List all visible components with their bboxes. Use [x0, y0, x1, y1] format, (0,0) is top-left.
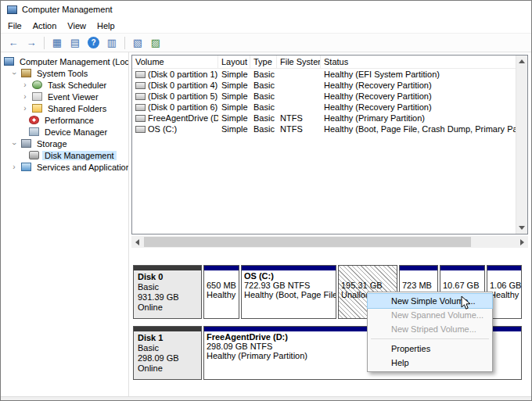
column-header-type[interactable]: Type: [250, 55, 277, 68]
chevron-right-icon[interactable]: ›: [21, 105, 29, 113]
chevron-right-icon[interactable]: ›: [10, 163, 18, 171]
volume-name: OS (C:): [148, 124, 177, 134]
scrollbar-thumb[interactable]: [144, 237, 471, 247]
tree-item-system-tools[interactable]: › System Tools: [1, 67, 128, 79]
window-bottom-edge: [1, 396, 531, 401]
volume-list-header: Volume Layout Type File System Status: [132, 55, 516, 69]
menu-item-properties[interactable]: Properties: [368, 342, 492, 356]
chevron-down-icon[interactable]: ›: [10, 70, 18, 77]
scroll-up-icon[interactable]: [516, 55, 527, 67]
disk-1-header[interactable]: Disk 1 Basic 298.09 GB Online: [133, 326, 202, 380]
table-row[interactable]: (Disk 0 partition 5) Simple Basic Health…: [132, 91, 516, 102]
menu-help[interactable]: Help: [92, 20, 120, 32]
tree-item-label: Event Viewer: [45, 92, 101, 102]
chevron-down-icon[interactable]: ›: [10, 140, 18, 148]
vertical-scrollbar[interactable]: [516, 55, 527, 234]
forward-icon[interactable]: →: [23, 35, 40, 51]
menu-item-new-simple-volume[interactable]: New Simple Volume...: [368, 294, 492, 308]
performance-icon: [29, 116, 39, 124]
column-header-file-system[interactable]: File System: [277, 55, 321, 68]
toolbar-separator: [124, 37, 125, 49]
event-viewer-icon: [32, 92, 42, 101]
tree-item-services-and-applications[interactable]: › Services and Applications: [1, 161, 128, 173]
properties-icon[interactable]: ▤: [66, 35, 84, 51]
partition-title: [490, 271, 519, 281]
volume-name: (Disk 0 partition 5): [148, 91, 217, 101]
table-row[interactable]: FreeAgentDrive (D:) Simple Basic NTFS He…: [132, 113, 516, 124]
partition-info: Healthy (Recovery Partition): [490, 290, 519, 299]
device-manager-icon: [29, 127, 39, 136]
tree-item-device-manager[interactable]: Device Manager: [1, 126, 128, 138]
partition-efi[interactable]: 650 MB Healthy: [203, 265, 239, 319]
system-tools-icon: [21, 69, 31, 77]
volume-status: Healthy (Recovery Partition): [321, 91, 516, 101]
help-icon[interactable]: ?: [88, 37, 99, 48]
tree-item-storage[interactable]: › Storage: [1, 138, 128, 149]
tree-item-performance[interactable]: Performance: [1, 114, 128, 126]
refresh-icon[interactable]: ▨: [147, 35, 164, 51]
tree-item-task-scheduler[interactable]: › Task Scheduler: [1, 79, 128, 91]
volume-layout: Simple: [218, 124, 250, 134]
column-header-status[interactable]: Status: [321, 55, 516, 68]
menu-view[interactable]: View: [62, 20, 92, 32]
disk-0-header[interactable]: Disk 0 Basic 931.39 GB Online: [133, 265, 202, 319]
partition-os-c[interactable]: OS (C:) 722.93 GB NTFS Healthy (Boot, Pa…: [241, 265, 336, 319]
menu-item-new-striped-volume: New Striped Volume...: [368, 322, 492, 336]
toolbar-separator: [44, 37, 45, 49]
tree-item-label: Services and Applications: [34, 163, 128, 172]
menu-separator: [371, 338, 489, 339]
partition-size: 723 MB: [402, 281, 435, 290]
horizontal-scrollbar[interactable]: [131, 236, 528, 248]
disk-status: Online: [138, 363, 197, 374]
volume-layout: Simple: [218, 113, 250, 123]
partition-info: Healthy: [207, 290, 236, 299]
export-list-icon[interactable]: ▥: [103, 35, 120, 51]
partition-size: 722.93 GB NTFS: [244, 281, 333, 290]
tree-item-shared-folders[interactable]: › Shared Folders: [1, 102, 128, 114]
tree-item-label: Storage: [34, 139, 70, 149]
task-scheduler-icon: [32, 81, 42, 89]
tree-item-event-viewer[interactable]: › Event Viewer: [1, 91, 128, 102]
table-row[interactable]: (Disk 0 partition 6) Simple Basic Health…: [132, 102, 516, 113]
tree-item-disk-management[interactable]: Disk Management: [1, 149, 128, 161]
menu-item-new-spanned-volume: New Spanned Volume...: [368, 308, 492, 322]
menu-item-help[interactable]: Help: [368, 356, 492, 370]
scroll-left-icon[interactable]: [131, 236, 143, 248]
menu-action[interactable]: Action: [27, 20, 63, 32]
back-icon[interactable]: ←: [5, 35, 22, 51]
scroll-down-icon[interactable]: [516, 222, 527, 234]
partition-title: [402, 271, 435, 281]
menu-file[interactable]: File: [2, 20, 27, 32]
table-row[interactable]: (Disk 0 partition 1) Simple Basic Health…: [132, 69, 516, 80]
mouse-cursor: [461, 295, 471, 312]
shared-folders-icon: [32, 104, 42, 113]
chevron-right-icon[interactable]: ›: [21, 81, 29, 89]
partition-size: 10.67 GB: [443, 281, 482, 290]
action-pane-icon[interactable]: ▧: [129, 35, 146, 51]
table-row[interactable]: (Disk 0 partition 4) Simple Basic Health…: [132, 80, 516, 91]
volume-type: Basic: [250, 102, 277, 112]
tree-item-label: Task Scheduler: [45, 81, 109, 90]
chevron-right-icon[interactable]: ›: [21, 93, 29, 101]
volume-type: Basic: [250, 113, 277, 123]
disk-kind: Basic: [138, 343, 197, 353]
column-header-volume[interactable]: Volume: [132, 55, 218, 68]
volume-layout: Simple: [218, 81, 250, 90]
tree-item-label: Shared Folders: [45, 104, 109, 113]
volume-name: (Disk 0 partition 6): [148, 102, 217, 112]
volume-fs: NTFS: [277, 113, 321, 123]
scroll-right-icon[interactable]: [516, 236, 528, 248]
volume-list-table: Volume Layout Type File System Status (D…: [132, 55, 516, 234]
tree-root-computer-management[interactable]: Computer Management (Local): [1, 55, 128, 67]
disk-status: Online: [138, 303, 197, 313]
volume-status: Healthy (EFI System Partition): [321, 70, 516, 79]
services-applications-icon: [21, 163, 31, 171]
disk-size: 931.39 GB: [138, 292, 197, 303]
tree-item-label: Disk Management: [42, 151, 117, 160]
context-menu: New Simple Volume... New Spanned Volume.…: [367, 292, 493, 372]
volume-fs: NTFS: [277, 124, 321, 134]
partition-info: Healthy (Boot, Page File, Crash Dump, Pr…: [244, 290, 333, 299]
console-tree-icon[interactable]: ▦: [49, 35, 66, 51]
table-row[interactable]: OS (C:) Simple Basic NTFS Healthy (Boot,…: [132, 124, 516, 134]
column-header-layout[interactable]: Layout: [218, 55, 250, 68]
